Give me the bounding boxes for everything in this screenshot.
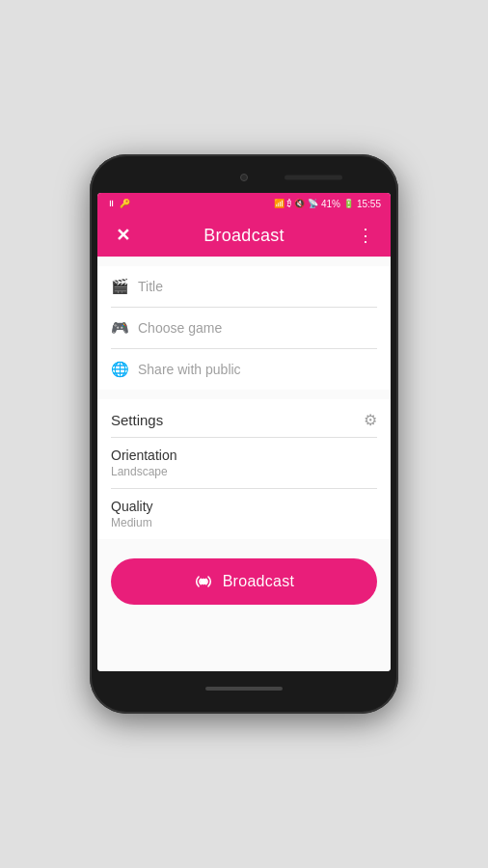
form-section: 🎬 Title 🎮 Choose game 🌐 Share with publi… xyxy=(97,266,391,390)
close-button[interactable]: ✕ xyxy=(109,222,136,249)
home-indicator xyxy=(205,687,283,691)
more-options-button[interactable]: ⋮ xyxy=(352,222,379,249)
time-display: 15:55 xyxy=(357,199,381,209)
quality-value: Medium xyxy=(111,516,377,529)
choose-game-placeholder: Choose game xyxy=(138,320,377,336)
broadcast-btn-container: Broadcast xyxy=(97,539,391,624)
app-bar: ✕ Broadcast ⋮ xyxy=(97,214,391,257)
settings-title: Settings xyxy=(111,412,163,428)
gamepad-icon: 🎮 xyxy=(111,319,128,337)
key-icon: 🔑 xyxy=(120,199,130,208)
wifi-icon: 📶 xyxy=(274,199,285,208)
broadcast-button[interactable]: Broadcast xyxy=(111,558,377,605)
status-left-icons: ⏸ 🔑 xyxy=(107,199,130,208)
broadcast-btn-icon xyxy=(194,572,213,591)
pause-icon: ⏸ xyxy=(107,199,116,208)
share-public-placeholder: Share with public xyxy=(138,362,377,377)
title-icon: 🎬 xyxy=(111,278,128,295)
status-bar: ⏸ 🔑 📶 ₿ 🔇 📡 41% 🔋 15:55 xyxy=(97,193,391,214)
phone-top-bar xyxy=(97,166,391,189)
orientation-setting[interactable]: Orientation Landscape xyxy=(111,438,377,489)
globe-icon: 🌐 xyxy=(111,361,128,378)
orientation-value: Landscape xyxy=(111,465,377,478)
orientation-label: Orientation xyxy=(111,448,377,463)
settings-header: Settings ⚙ xyxy=(111,399,377,438)
title-placeholder: Title xyxy=(138,279,377,294)
content-area: 🎬 Title 🎮 Choose game 🌐 Share with publi… xyxy=(97,257,391,671)
battery-icon: 🔋 xyxy=(343,199,354,208)
phone-bottom-bar xyxy=(97,675,391,702)
camera xyxy=(240,174,248,181)
quality-label: Quality xyxy=(111,499,377,514)
status-right-icons: 📶 ₿ 🔇 📡 41% 🔋 15:55 xyxy=(274,199,381,209)
quality-setting[interactable]: Quality Medium xyxy=(111,489,377,539)
settings-section: Settings ⚙ Orientation Landscape Quality… xyxy=(97,399,391,539)
mute-icon: 🔇 xyxy=(294,199,305,208)
phone-screen: ⏸ 🔑 📶 ₿ 🔇 📡 41% 🔋 15:55 ✕ Broadcast ⋮ xyxy=(97,193,391,671)
gear-icon[interactable]: ⚙ xyxy=(364,411,377,429)
broadcast-btn-label: Broadcast xyxy=(223,573,295,590)
share-with-public-field[interactable]: 🌐 Share with public xyxy=(111,349,377,390)
battery-percent: 41% xyxy=(321,199,340,209)
speaker xyxy=(285,176,342,180)
app-title: Broadcast xyxy=(136,226,352,246)
bluetooth-icon: ₿ xyxy=(287,199,291,208)
choose-game-field[interactable]: 🎮 Choose game xyxy=(111,308,377,349)
title-field[interactable]: 🎬 Title xyxy=(111,266,377,308)
signal-icon: 📡 xyxy=(308,199,318,208)
phone-device: ⏸ 🔑 📶 ₿ 🔇 📡 41% 🔋 15:55 ✕ Broadcast ⋮ xyxy=(90,154,398,714)
